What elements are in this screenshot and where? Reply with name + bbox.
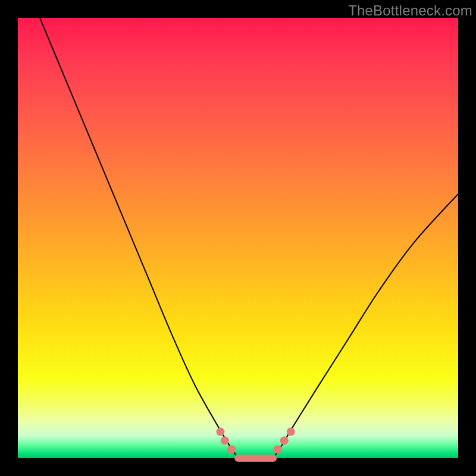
bottom-markers (216, 428, 295, 458)
marker-dot (287, 428, 295, 436)
marker-dot (221, 436, 229, 444)
marker-dot (274, 445, 282, 453)
marker-dot (216, 428, 224, 436)
left-curve-line (40, 18, 238, 458)
watermark-text: TheBottleneck.com (348, 2, 472, 19)
marker-dot (280, 436, 289, 444)
chart-svg (18, 18, 458, 458)
right-curve-line (273, 194, 458, 458)
marker-dot (227, 445, 236, 453)
